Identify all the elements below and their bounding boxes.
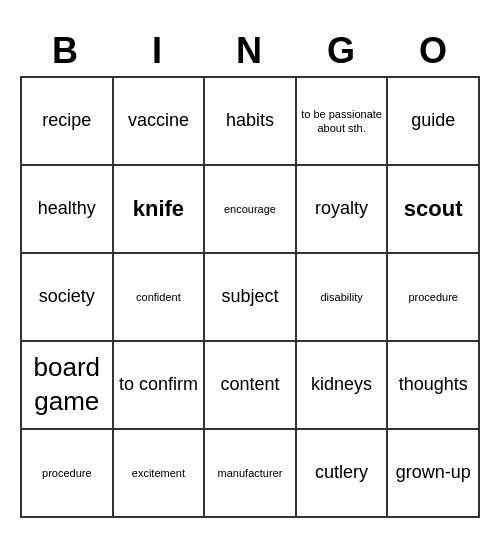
bingo-cell: procedure [22, 430, 114, 518]
bingo-cell: excitement [114, 430, 206, 518]
cell-text: cutlery [315, 461, 368, 484]
bingo-cell: knife [114, 166, 206, 254]
cell-text: to confirm [119, 373, 198, 396]
bingo-cell: thoughts [388, 342, 480, 430]
cell-text: board game [26, 351, 108, 419]
bingo-card: BINGO recipevaccinehabitsto be passionat… [20, 26, 480, 518]
bingo-cell: royalty [297, 166, 389, 254]
cell-text: habits [226, 109, 274, 132]
bingo-cell: confident [114, 254, 206, 342]
cell-text: procedure [408, 290, 458, 304]
bingo-cell: manufacturer [205, 430, 297, 518]
bingo-cell: kidneys [297, 342, 389, 430]
header-letter: G [296, 26, 388, 76]
header-letter: N [204, 26, 296, 76]
cell-text: procedure [42, 466, 92, 480]
bingo-cell: disability [297, 254, 389, 342]
bingo-cell: vaccine [114, 78, 206, 166]
cell-text: content [220, 373, 279, 396]
bingo-cell: scout [388, 166, 480, 254]
bingo-grid: recipevaccinehabitsto be passionate abou… [20, 76, 480, 518]
cell-text: kidneys [311, 373, 372, 396]
cell-text: thoughts [399, 373, 468, 396]
bingo-cell: encourage [205, 166, 297, 254]
cell-text: knife [133, 195, 184, 224]
cell-text: guide [411, 109, 455, 132]
header-letter: O [388, 26, 480, 76]
bingo-cell: content [205, 342, 297, 430]
cell-text: subject [221, 285, 278, 308]
cell-text: scout [404, 195, 463, 224]
bingo-cell: procedure [388, 254, 480, 342]
bingo-cell: to be passionate about sth. [297, 78, 389, 166]
bingo-cell: cutlery [297, 430, 389, 518]
bingo-cell: society [22, 254, 114, 342]
cell-text: society [39, 285, 95, 308]
cell-text: excitement [132, 466, 185, 480]
cell-text: disability [321, 290, 363, 304]
cell-text: royalty [315, 197, 368, 220]
bingo-cell: guide [388, 78, 480, 166]
bingo-cell: recipe [22, 78, 114, 166]
bingo-cell: grown-up [388, 430, 480, 518]
bingo-cell: board game [22, 342, 114, 430]
bingo-cell: healthy [22, 166, 114, 254]
cell-text: encourage [224, 202, 276, 216]
cell-text: recipe [42, 109, 91, 132]
bingo-cell: habits [205, 78, 297, 166]
cell-text: healthy [38, 197, 96, 220]
header-letter: B [20, 26, 112, 76]
bingo-cell: subject [205, 254, 297, 342]
bingo-header: BINGO [20, 26, 480, 76]
bingo-cell: to confirm [114, 342, 206, 430]
cell-text: manufacturer [218, 466, 283, 480]
cell-text: to be passionate about sth. [301, 107, 383, 136]
cell-text: vaccine [128, 109, 189, 132]
header-letter: I [112, 26, 204, 76]
cell-text: confident [136, 290, 181, 304]
cell-text: grown-up [396, 461, 471, 484]
